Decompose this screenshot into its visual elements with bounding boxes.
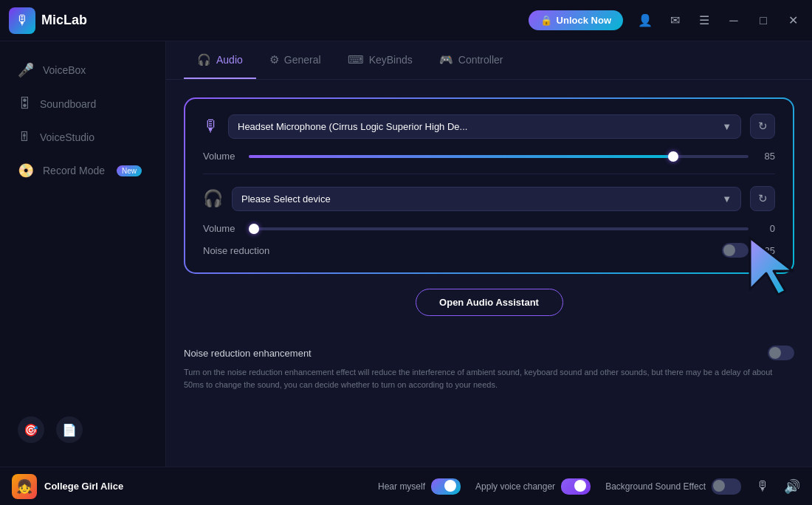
lock-icon: 🔒: [540, 15, 552, 26]
mic-bottom-icon[interactable]: 🎙: [756, 478, 769, 494]
noise-enhance-row: Noise reduction enhancement: [184, 346, 794, 360]
mic-volume-fill: [249, 155, 673, 158]
avatar-emoji: 👧: [16, 478, 32, 495]
close-icon[interactable]: ✕: [782, 10, 803, 31]
noise-reduction-label: Noise reduction: [203, 245, 713, 256]
maximize-icon[interactable]: □: [753, 10, 774, 31]
noise-enhance-label: Noise reduction enhancement: [184, 348, 759, 359]
chevron-down-icon: ▼: [722, 121, 732, 132]
noise-enhance-section: Noise reduction enhancement Turn on the …: [184, 346, 794, 391]
main-layout: 🎤 VoiceBox 🎛 Soundboard 🎚 VoiceStudio 📀 …: [0, 41, 812, 467]
background-sound-thumb: [713, 480, 725, 492]
tab-audio[interactable]: 🎧 Audio: [184, 41, 256, 79]
tab-general[interactable]: ⚙ General: [256, 41, 334, 79]
noise-reduction-value: 25: [757, 245, 775, 256]
sidebar-bottom: 🎯 📄: [0, 405, 165, 455]
noise-reduction-toggle[interactable]: [722, 243, 749, 258]
tab-keybinds[interactable]: ⌨ KeyBinds: [334, 41, 426, 79]
content-area: 🎧 Audio ⚙ General ⌨ KeyBinds 🎮 Controlle…: [166, 41, 812, 467]
keyboard-icon: ⌨: [348, 53, 364, 66]
microphone-refresh-button[interactable]: ↻: [750, 114, 775, 139]
audio-card-inner: 🎙 Headset Microphone (Cirrus Logic Super…: [185, 99, 793, 272]
controller-icon: 🎮: [439, 53, 453, 66]
tabs-bar: 🎧 Audio ⚙ General ⌨ KeyBinds 🎮 Controlle…: [166, 41, 812, 80]
speaker-bottom-icon[interactable]: 🔊: [784, 478, 800, 495]
avatar: 👧: [12, 474, 37, 499]
microphone-select[interactable]: Headset Microphone (Cirrus Logic Superio…: [228, 114, 741, 139]
mic-volume-slider-wrap: [249, 155, 749, 158]
mic-volume-track: [249, 155, 749, 158]
microphone-row: 🎙 Headset Microphone (Cirrus Logic Super…: [203, 114, 775, 139]
hear-myself-group: Hear myself: [378, 478, 461, 495]
unlock-button[interactable]: 🔒 Unlock Now: [529, 10, 623, 30]
output-volume-value: 0: [757, 223, 775, 234]
output-volume-thumb: [249, 224, 259, 234]
app-name: MicLab: [41, 13, 87, 28]
headphones-output-icon: 🎧: [203, 189, 223, 208]
audio-assistant-button[interactable]: Open Audio Assistant: [416, 289, 563, 316]
hear-myself-toggle[interactable]: [431, 478, 461, 495]
output-volume-track: [249, 227, 749, 230]
minimize-icon[interactable]: ─: [723, 10, 744, 31]
mic-volume-value: 85: [757, 151, 775, 162]
output-volume-label: Volume: [203, 223, 240, 234]
titlebar-icons: 👤 ✉ ☰ ─ □ ✕: [635, 10, 803, 31]
hear-myself-label: Hear myself: [378, 481, 425, 492]
tab-controller[interactable]: 🎮 Controller: [426, 41, 517, 79]
mic-icon: 🎙: [203, 117, 219, 136]
mail-icon[interactable]: ✉: [664, 10, 685, 31]
noise-reduction-row: Noise reduction 25: [203, 243, 775, 258]
chevron-down-icon-2: ▼: [722, 193, 732, 205]
mic-volume-label: Volume: [203, 151, 240, 162]
noise-enhance-toggle-thumb: [769, 347, 781, 359]
logo: 🎙 MicLab: [9, 7, 87, 34]
sidebar-item-soundboard[interactable]: 🎛 Soundboard: [0, 87, 165, 120]
output-volume-row: Volume 0: [203, 223, 775, 234]
background-sound-label: Background Sound Effect: [605, 481, 706, 492]
sidebar: 🎤 VoiceBox 🎛 Soundboard 🎚 VoiceStudio 📀 …: [0, 41, 166, 467]
output-volume-slider-wrap: [249, 227, 749, 230]
file-icon[interactable]: 📄: [56, 416, 83, 443]
user-icon[interactable]: 👤: [635, 10, 656, 31]
bottom-controls: Hear myself Apply voice changer Backgrou…: [378, 478, 800, 495]
apply-voice-changer-label: Apply voice changer: [475, 481, 555, 492]
apply-voice-changer-toggle[interactable]: [561, 478, 591, 495]
sidebar-item-voicestudio[interactable]: 🎚 VoiceStudio: [0, 120, 165, 154]
microphone-icon: 🎤: [18, 62, 34, 78]
background-sound-toggle[interactable]: [712, 478, 741, 495]
output-row: 🎧 Please Select device ▼ ↻: [203, 186, 775, 211]
output-refresh-button[interactable]: ↻: [750, 186, 775, 211]
user-name: College Girl Alice: [44, 481, 123, 492]
section-divider: [203, 174, 775, 174]
noise-enhance-description: Turn on the noise reduction enhancement …: [184, 366, 794, 391]
bottom-bar: 👧 College Girl Alice Hear myself Apply v…: [0, 467, 812, 505]
voicestudio-icon: 🎚: [18, 129, 31, 145]
hear-myself-toggle-thumb: [444, 480, 456, 492]
headphones-icon: 🎧: [197, 53, 211, 66]
sidebar-item-voicebox[interactable]: 🎤 VoiceBox: [0, 53, 165, 87]
general-icon: ⚙: [269, 53, 279, 66]
content-scroll: 🎙 Headset Microphone (Cirrus Logic Super…: [166, 80, 812, 467]
soundboard-icon: 🎛: [18, 96, 31, 111]
apply-voice-changer-group: Apply voice changer: [475, 478, 591, 495]
output-device-select[interactable]: Please Select device ▼: [232, 187, 741, 211]
audio-card: 🎙 Headset Microphone (Cirrus Logic Super…: [184, 97, 794, 274]
new-badge: New: [117, 165, 142, 176]
toggle-thumb: [723, 244, 735, 256]
microphone-volume-row: Volume 85: [203, 151, 775, 162]
background-sound-group: Background Sound Effect: [605, 478, 741, 495]
menu-icon[interactable]: ☰: [694, 10, 715, 31]
apply-voice-changer-thumb: [574, 480, 586, 492]
logo-icon: 🎙: [9, 7, 35, 34]
titlebar: 🎙 MicLab 🔒 Unlock Now 👤 ✉ ☰ ─ □ ✕: [0, 0, 812, 41]
target-icon[interactable]: 🎯: [18, 416, 44, 443]
recordmode-icon: 📀: [18, 162, 34, 179]
mic-volume-thumb: [668, 151, 678, 162]
noise-enhance-toggle[interactable]: [768, 346, 794, 360]
sidebar-item-recordmode[interactable]: 📀 Record Mode New: [0, 154, 165, 188]
